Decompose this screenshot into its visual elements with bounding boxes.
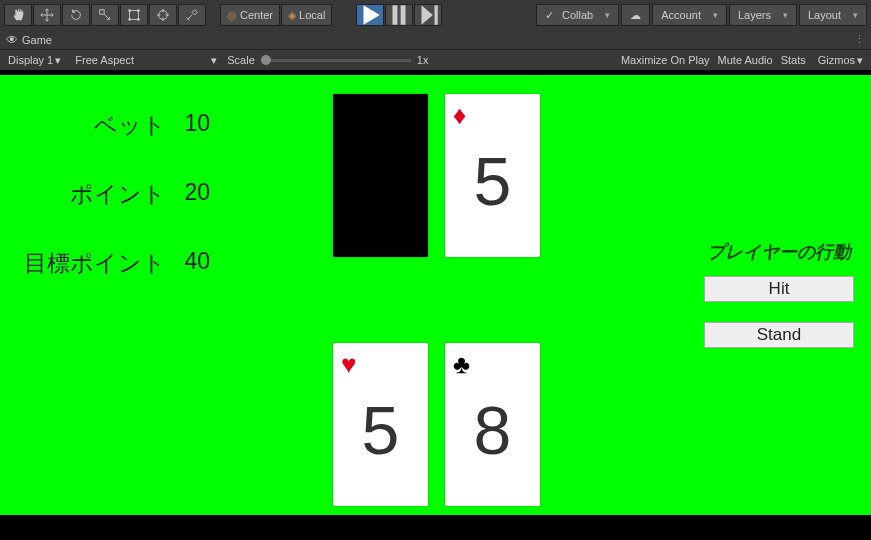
account-dropdown[interactable]: Account bbox=[652, 4, 727, 26]
layers-label: Layers bbox=[738, 9, 771, 21]
tab-menu-icon[interactable]: ⋮ bbox=[854, 33, 865, 46]
scale-tool[interactable] bbox=[91, 4, 119, 26]
local-icon: ◈ bbox=[288, 9, 296, 22]
slider-thumb[interactable] bbox=[261, 55, 271, 65]
rect-tool[interactable] bbox=[120, 4, 148, 26]
chevron-down-icon: ▾ bbox=[55, 54, 61, 67]
player-action-panel: プレイヤーの行動 Hit Stand bbox=[699, 240, 859, 368]
player-card: ♣ 8 bbox=[445, 343, 540, 506]
aspect-label: Free Aspect bbox=[75, 54, 134, 66]
card-value: 8 bbox=[445, 391, 540, 469]
scale-value: 1x bbox=[417, 54, 429, 66]
pivot-center-toggle[interactable]: ◎ Center bbox=[220, 4, 280, 26]
pivot-local-label: Local bbox=[299, 9, 325, 21]
rotate-tool[interactable] bbox=[62, 4, 90, 26]
scale-slider[interactable] bbox=[261, 59, 411, 62]
heart-icon: ♥ bbox=[341, 349, 356, 380]
hit-button[interactable]: Hit bbox=[704, 276, 854, 302]
transform-tool[interactable] bbox=[149, 4, 177, 26]
stand-button[interactable]: Stand bbox=[704, 322, 854, 348]
layers-dropdown[interactable]: Layers bbox=[729, 4, 797, 26]
target-row: 目標ポイント 40 bbox=[0, 248, 220, 279]
cloud-icon: ☁ bbox=[630, 9, 641, 22]
collab-icon: ✓ bbox=[545, 9, 554, 22]
hand-tool[interactable] bbox=[4, 4, 32, 26]
svg-rect-1 bbox=[130, 11, 139, 20]
pause-button[interactable] bbox=[385, 4, 413, 26]
svg-point-3 bbox=[137, 9, 140, 12]
card-value: 5 bbox=[445, 142, 540, 220]
custom-tools[interactable] bbox=[178, 4, 206, 26]
unity-top-toolbar: ◎ Center ◈ Local ✓ Collab ☁ Account Laye… bbox=[0, 0, 871, 30]
svg-point-2 bbox=[128, 9, 131, 12]
bet-row: ベット 10 bbox=[0, 110, 220, 141]
display-label: Display 1 bbox=[8, 54, 53, 66]
game-tab[interactable]: Game bbox=[22, 34, 52, 46]
scale-label: Scale bbox=[227, 54, 255, 66]
point-label: ポイント bbox=[70, 179, 166, 210]
center-icon: ◎ bbox=[227, 9, 237, 22]
card-value: 5 bbox=[333, 391, 428, 469]
collab-dropdown[interactable]: ✓ Collab bbox=[536, 4, 619, 26]
target-label: 目標ポイント bbox=[24, 248, 166, 279]
mute-audio-toggle[interactable]: Mute Audio bbox=[718, 54, 773, 67]
pivot-local-toggle[interactable]: ◈ Local bbox=[281, 4, 332, 26]
bet-value: 10 bbox=[184, 110, 210, 141]
target-value: 40 bbox=[184, 248, 210, 279]
cloud-button[interactable]: ☁ bbox=[621, 4, 650, 26]
game-control-row: Display 1 ▾ Free Aspect ▾ Scale 1x Maxim… bbox=[0, 50, 871, 70]
dealer-card: ♦ 5 bbox=[445, 94, 540, 257]
play-button[interactable] bbox=[356, 4, 384, 26]
stats-toggle[interactable]: Stats bbox=[781, 54, 806, 67]
bet-label: ベット bbox=[94, 110, 166, 141]
svg-point-5 bbox=[137, 18, 140, 21]
player-card: ♥ 5 bbox=[333, 343, 428, 506]
point-value: 20 bbox=[184, 179, 210, 210]
display-dropdown[interactable]: Display 1 ▾ bbox=[4, 54, 65, 67]
pivot-center-label: Center bbox=[240, 9, 273, 21]
svg-point-4 bbox=[128, 18, 131, 21]
game-view: ベット 10 ポイント 20 目標ポイント 40 ♦ 5 ♥ 5 ♣ 8 bbox=[0, 70, 871, 540]
club-icon: ♣ bbox=[453, 349, 470, 380]
game-field: ベット 10 ポイント 20 目標ポイント 40 ♦ 5 ♥ 5 ♣ 8 bbox=[0, 75, 871, 515]
maximize-on-play-toggle[interactable]: Maximize On Play bbox=[621, 54, 710, 67]
gizmos-dropdown[interactable]: Gizmos ▾ bbox=[814, 54, 867, 67]
svg-rect-0 bbox=[100, 10, 104, 14]
point-row: ポイント 20 bbox=[0, 179, 220, 210]
step-button[interactable] bbox=[414, 4, 442, 26]
action-title: プレイヤーの行動 bbox=[699, 240, 859, 264]
chevron-down-icon: ▾ bbox=[857, 54, 863, 67]
layout-dropdown[interactable]: Layout bbox=[799, 4, 867, 26]
aspect-dropdown[interactable]: Free Aspect ▾ bbox=[71, 54, 221, 67]
dealer-card-hidden bbox=[333, 94, 428, 257]
diamond-icon: ♦ bbox=[453, 100, 466, 131]
tab-row: 👁 Game ⋮ bbox=[0, 30, 871, 50]
transform-tools bbox=[4, 4, 206, 26]
playback-controls bbox=[356, 4, 442, 26]
gizmos-label: Gizmos bbox=[818, 54, 855, 66]
chevron-down-icon: ▾ bbox=[211, 54, 217, 67]
move-tool[interactable] bbox=[33, 4, 61, 26]
game-stats: ベット 10 ポイント 20 目標ポイント 40 bbox=[0, 110, 220, 317]
account-label: Account bbox=[661, 9, 701, 21]
layout-label: Layout bbox=[808, 9, 841, 21]
collab-label: Collab bbox=[562, 9, 593, 21]
game-tab-icon: 👁 bbox=[6, 33, 18, 47]
pivot-toggles: ◎ Center ◈ Local bbox=[220, 4, 332, 26]
